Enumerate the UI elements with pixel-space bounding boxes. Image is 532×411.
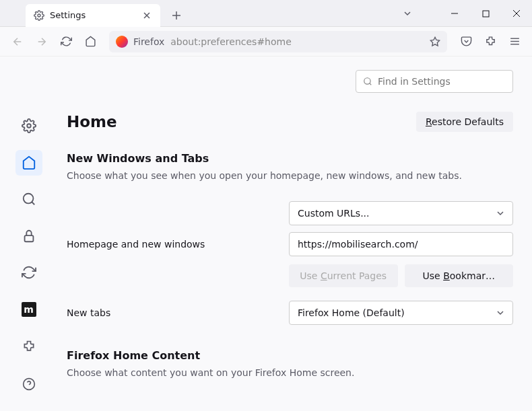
sidebar-privacy[interactable] [15,223,42,250]
restore-defaults-button[interactable]: Restore Defaults [416,112,513,132]
newtabs-select[interactable]: Firefox Home (Default) [289,301,513,325]
settings-sidebar: m [0,57,57,411]
search-icon [363,77,372,86]
use-bookmark-button[interactable]: Use Bookmar… [405,264,514,287]
tab-dropdown-icon[interactable] [397,0,418,27]
newtabs-label: New tabs [67,307,289,318]
homepage-label: Homepage and new windows [67,239,289,250]
svg-rect-9 [24,235,33,241]
home-button[interactable] [79,31,101,52]
close-window-button[interactable] [501,0,532,27]
section-new-windows-title: New Windows and Tabs [67,152,513,165]
sidebar-general[interactable] [15,113,42,139]
find-in-settings[interactable] [356,70,513,93]
homepage-mode-select[interactable]: Custom URLs... [289,201,513,225]
url-bar[interactable]: Firefox about:preferences#home [109,31,447,52]
sidebar-sync[interactable] [15,260,42,286]
back-button[interactable] [7,31,28,52]
bookmark-star-icon[interactable] [430,36,440,47]
svg-line-13 [370,83,372,85]
browser-tab[interactable]: Settings [26,4,160,27]
sidebar-help[interactable] [15,371,42,398]
maximize-button[interactable] [470,0,501,27]
svg-rect-1 [483,11,489,17]
section-home-content-desc: Choose what content you want on your Fir… [67,367,513,378]
m-icon: m [22,302,36,317]
section-home-content-title: Firefox Home Content [67,349,513,362]
firefox-icon [116,36,128,48]
forward-button[interactable] [31,31,53,52]
chevron-down-icon [496,309,504,317]
extensions-icon[interactable] [479,31,501,52]
window-controls [439,0,532,27]
tab-title: Settings [50,10,86,20]
svg-point-0 [38,14,40,17]
close-tab-icon[interactable] [141,10,152,21]
svg-marker-2 [430,37,439,46]
new-tab-button[interactable] [167,6,186,25]
page-title: Home [67,113,117,130]
title-bar: Settings [0,0,532,27]
gear-icon [34,10,44,21]
svg-line-8 [32,202,34,205]
menu-button[interactable] [504,31,525,52]
svg-point-7 [23,194,33,204]
reload-button[interactable] [55,31,77,52]
settings-main: Home Restore Defaults New Windows and Ta… [57,57,532,411]
homepage-mode-value: Custom URLs... [298,208,370,219]
use-current-pages-button[interactable]: Use Current Pages [289,264,398,287]
svg-point-12 [364,78,370,84]
url-identity: Firefox about:preferences#home [133,36,424,47]
find-in-settings-input[interactable] [378,76,506,87]
sidebar-more[interactable]: m [15,297,42,323]
section-new-windows-desc: Choose what you see when you open your h… [67,170,513,181]
pocket-icon[interactable] [455,31,477,52]
chevron-down-icon [496,209,504,217]
toolbar: Firefox about:preferences#home [0,27,532,57]
sidebar-search[interactable] [15,186,42,213]
svg-point-6 [27,124,31,128]
sidebar-home[interactable] [15,150,42,176]
sidebar-extensions[interactable] [15,333,42,360]
homepage-url-input[interactable] [289,232,513,256]
newtabs-value: Firefox Home (Default) [298,307,405,318]
minimize-button[interactable] [439,0,470,27]
